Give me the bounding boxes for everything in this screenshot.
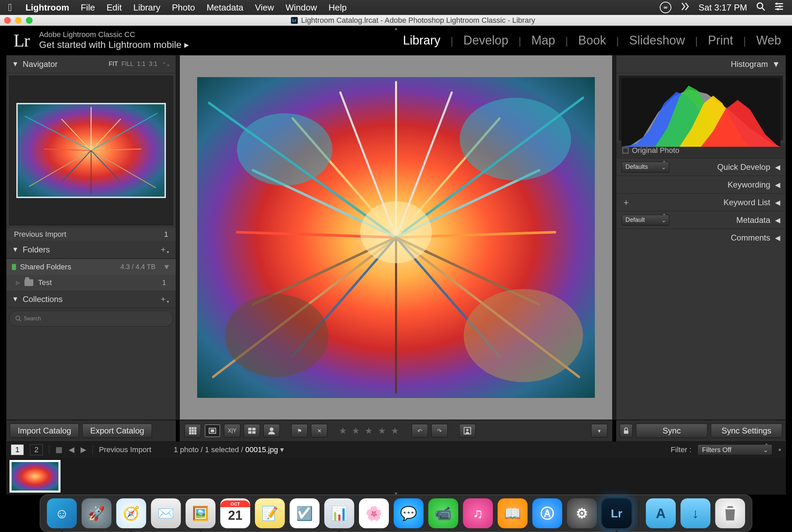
folder-row[interactable]: ▹ Test 1 — [6, 275, 176, 290]
dock-itunes[interactable]: ♫ — [463, 498, 493, 528]
filter-lock-icon[interactable]: ▪ — [778, 445, 781, 454]
face-region-icon[interactable] — [459, 424, 476, 438]
collections-search-input[interactable]: Search — [9, 311, 173, 326]
spotlight-icon[interactable] — [756, 2, 765, 14]
loupe-view[interactable] — [179, 55, 613, 420]
menubar-item[interactable]: File — [81, 2, 95, 13]
sync-settings-button[interactable]: Sync Settings — [711, 424, 782, 438]
menubar-clock[interactable]: Sat 3:17 PM — [699, 2, 747, 13]
module-slideshow[interactable]: Slideshow — [629, 33, 686, 48]
zoom-fit[interactable]: FIT — [109, 60, 118, 68]
catalog-previous-import-row[interactable]: Previous Import 1 — [6, 228, 176, 241]
menubar-item[interactable]: Window — [286, 2, 317, 13]
quick-develop-preset-select[interactable]: Defaults — [622, 162, 669, 173]
apple-menu-icon[interactable]:  — [8, 2, 12, 13]
toolbar-dropdown-icon[interactable]: ▾ — [591, 424, 607, 438]
dock-safari[interactable]: 🧭 — [116, 498, 146, 528]
people-view-icon[interactable] — [263, 424, 280, 438]
window-close-button[interactable] — [4, 17, 11, 24]
collections-header[interactable]: ▼ Collections ＋▾ — [6, 290, 176, 308]
dock-mail[interactable]: ✉️ — [151, 498, 181, 528]
dock-lightroom[interactable]: Lr — [602, 498, 632, 528]
keyword-list-header[interactable]: ＋ Keyword List ◀ — [616, 193, 786, 211]
grid-view-icon[interactable] — [185, 424, 201, 438]
dock-photos[interactable]: 🌸 — [359, 498, 389, 528]
dock-messages[interactable]: 💬 — [394, 498, 424, 528]
menubar-item[interactable]: View — [255, 2, 274, 13]
histogram-graph[interactable] — [621, 78, 780, 147]
rotate-ccw-icon[interactable]: ↶ — [412, 424, 428, 438]
metadata-preset-select[interactable]: Default — [622, 215, 669, 226]
add-folder-icon[interactable]: ＋▾ — [159, 244, 169, 254]
script-menu-icon[interactable] — [680, 2, 690, 14]
dock-appstore[interactable]: Ⓐ — [532, 498, 562, 528]
rating-stars[interactable]: ★ ★ ★ ★ ★ — [339, 426, 400, 436]
zoom-1-1[interactable]: 1:1 — [137, 60, 145, 68]
module-print[interactable]: Print — [707, 33, 734, 48]
menubar-item[interactable]: Metadata — [207, 2, 243, 13]
zoom-3-1[interactable]: 3:1 — [149, 60, 157, 68]
menubar-app-name[interactable]: Lightroom — [25, 2, 69, 13]
import-catalog-button[interactable]: Import Catalog — [10, 424, 79, 438]
go-forward-icon[interactable]: ▶ — [81, 445, 86, 454]
flag-reject-icon[interactable]: ✕ — [311, 424, 327, 438]
menubar-item[interactable]: Edit — [106, 2, 122, 13]
disclosure-triangle-icon[interactable]: ▼ — [12, 246, 19, 253]
lightroom-mobile-link[interactable]: Get started with Lightroom mobile — [39, 39, 189, 51]
filter-preset-select[interactable]: Filters Off — [698, 444, 772, 455]
dock-facetime[interactable]: 📹 — [428, 498, 458, 528]
folders-header[interactable]: ▼ Folders ＋▾ — [6, 241, 176, 259]
menubar-item[interactable]: Library — [133, 2, 160, 13]
compare-view-icon[interactable]: X|Y — [224, 424, 240, 438]
navigator-preview[interactable] — [9, 76, 173, 225]
disclosure-triangle-icon[interactable]: ▼ — [12, 60, 19, 68]
sync-lock-icon[interactable] — [620, 424, 633, 438]
navigator-header[interactable]: ▼ Navigator FITFILL1:13:1 ⌃⌄ — [6, 55, 176, 73]
dock-downloads-folder[interactable]: ↓ — [681, 498, 710, 528]
comments-header[interactable]: Comments ◀ — [616, 229, 786, 246]
zoom-fill[interactable]: FILL — [121, 60, 134, 68]
flag-pick-icon[interactable]: ⚑ — [291, 424, 308, 438]
disclosure-triangle-icon[interactable]: ◀ — [775, 181, 780, 189]
dock-notes[interactable]: 📝 — [255, 498, 285, 528]
module-library[interactable]: Library — [402, 33, 441, 48]
expand-arrow-icon[interactable]: ▹ — [16, 278, 20, 287]
control-center-icon[interactable] — [774, 2, 784, 14]
filmstrip[interactable] — [6, 458, 786, 495]
dock-reminders[interactable]: ☑️ — [290, 498, 320, 528]
module-web[interactable]: Web — [756, 33, 782, 48]
window-zoom-button[interactable] — [26, 17, 33, 24]
filmstrip-source[interactable]: Previous Import — [99, 445, 151, 454]
dock-finder[interactable]: ☺ — [47, 498, 77, 528]
disclosure-triangle-icon[interactable]: ▼ — [163, 263, 170, 271]
creative-cloud-icon[interactable]: ∞ — [660, 2, 671, 13]
secondary-window-button[interactable]: 2 — [30, 444, 43, 455]
histogram-header[interactable]: Histogram ▼ — [616, 55, 786, 73]
module-develop[interactable]: Develop — [463, 33, 509, 48]
disclosure-triangle-icon[interactable]: ◀ — [775, 198, 780, 207]
disclosure-triangle-icon[interactable]: ◀ — [775, 216, 780, 224]
rotate-cw-icon[interactable]: ↷ — [431, 424, 448, 438]
disclosure-triangle-icon[interactable]: ▼ — [12, 295, 19, 303]
go-back-icon[interactable]: ◀ — [69, 445, 74, 454]
dock-ibooks[interactable]: 📖 — [498, 498, 528, 528]
dock-calendar[interactable]: OCT21 — [220, 498, 250, 528]
dock-settings[interactable]: ⚙︎ — [567, 498, 597, 528]
quick-develop-header[interactable]: Defaults Quick Develop ◀ — [616, 158, 786, 176]
filmstrip-dropdown-icon[interactable]: ▾ — [280, 445, 284, 454]
filmstrip-thumbnail[interactable] — [10, 460, 61, 493]
sync-button[interactable]: Sync — [636, 424, 707, 438]
dock-chefmate[interactable]: 📊 — [324, 498, 354, 528]
module-book[interactable]: Book — [578, 33, 607, 48]
disclosure-triangle-icon[interactable]: ◀ — [775, 163, 780, 171]
main-window-button[interactable]: 1 — [11, 444, 24, 455]
keywording-header[interactable]: Keywording ◀ — [616, 176, 786, 193]
menubar-item[interactable]: Help — [328, 2, 346, 13]
top-panel-grip-icon[interactable]: ▴ — [395, 25, 397, 32]
survey-view-icon[interactable] — [244, 424, 260, 438]
loupe-view-icon[interactable] — [204, 424, 221, 438]
original-photo-checkbox[interactable] — [622, 147, 629, 154]
dock-trash[interactable] — [715, 498, 745, 528]
metadata-header[interactable]: Default Metadata ◀ — [616, 211, 786, 229]
disclosure-triangle-icon[interactable]: ▼ — [772, 59, 780, 69]
